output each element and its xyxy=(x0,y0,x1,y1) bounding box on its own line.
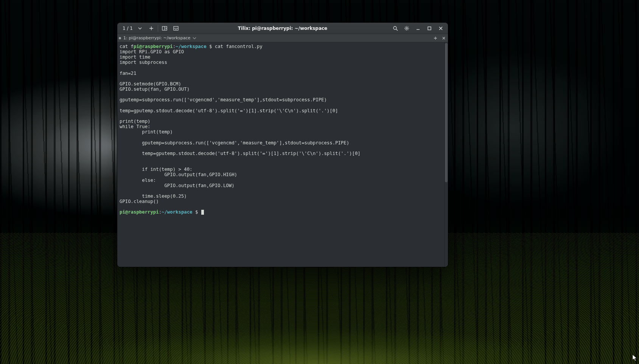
file-contents: import RPi.GPIO as GPIO import time impo… xyxy=(120,49,361,204)
add-session-button[interactable] xyxy=(146,23,157,34)
minimize-button[interactable] xyxy=(412,23,424,34)
prompt-dollar: $ xyxy=(207,44,215,49)
tab-label[interactable]: 1: pi@raspberrypi: ~/workspace xyxy=(123,36,190,40)
scrollbar-thumb[interactable] xyxy=(445,43,448,182)
split-down-button[interactable] xyxy=(170,23,182,34)
prompt-sep: : xyxy=(173,44,176,49)
svg-point-2 xyxy=(393,26,396,29)
prompt-dollar: $ xyxy=(193,209,201,215)
window-titlebar: 1 / 1 Tilix: pi@raspberrypi: ~/workspace xyxy=(117,23,448,34)
terminal-scrollbar[interactable] xyxy=(444,42,448,267)
search-button[interactable] xyxy=(390,23,401,34)
split-right-button[interactable] xyxy=(159,23,170,34)
command-text: cat fancontrol.py xyxy=(215,44,263,49)
terminal-cursor xyxy=(201,210,204,215)
prompt-user-host: pi@raspberrypi xyxy=(134,44,173,49)
close-button[interactable] xyxy=(435,23,446,34)
prompt-user-host: pi@raspberrypi xyxy=(120,209,159,215)
mouse-pointer-icon xyxy=(632,354,637,362)
svg-point-3 xyxy=(406,28,407,29)
tab-menu-icon[interactable] xyxy=(193,36,196,40)
add-terminal-button[interactable] xyxy=(431,34,440,42)
close-terminal-button[interactable] xyxy=(440,34,448,42)
prompt-path: ~/workspace xyxy=(162,209,192,215)
prompt-path: ~/workspace xyxy=(176,44,206,49)
tilix-window: 1 / 1 Tilix: pi@raspberrypi: ~/workspace xyxy=(117,23,448,267)
svg-rect-4 xyxy=(428,27,431,30)
session-counter: 1 / 1 xyxy=(120,26,134,31)
prompt-sep: : xyxy=(159,209,162,215)
output-line-prefix: cat f xyxy=(120,44,134,49)
separator xyxy=(158,25,158,32)
preferences-button[interactable] xyxy=(401,23,412,34)
terminal-tabbar: 1: pi@raspberrypi: ~/workspace xyxy=(117,34,448,42)
tab-indicator-icon xyxy=(119,37,121,39)
session-menu-button[interactable] xyxy=(134,23,146,34)
maximize-button[interactable] xyxy=(424,23,435,34)
terminal-pane: cat fpi@raspberrypi:~/workspace $ cat fa… xyxy=(117,42,448,267)
terminal-output[interactable]: cat fpi@raspberrypi:~/workspace $ cat fa… xyxy=(117,42,444,267)
